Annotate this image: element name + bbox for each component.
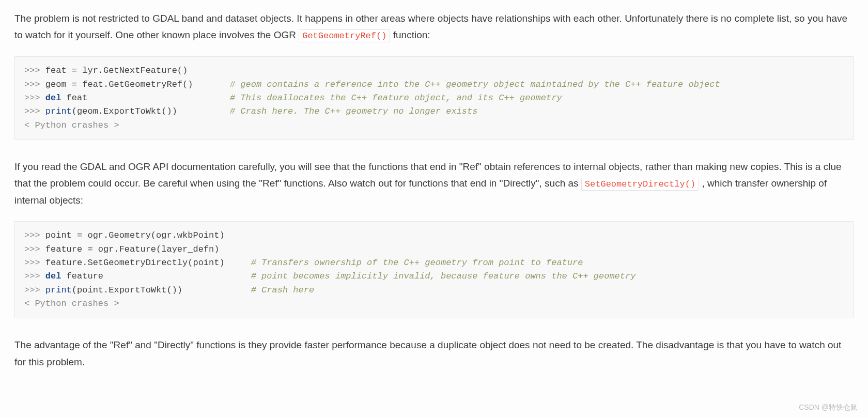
pad bbox=[87, 93, 229, 103]
pad bbox=[103, 271, 251, 281]
code-text: (point.ExportToWkt()) bbox=[72, 285, 182, 295]
code-text: (geom.ExportToWkt()) bbox=[72, 106, 177, 116]
para1-before: The problem is not restricted to GDAL ba… bbox=[14, 13, 847, 40]
keyword-del: del bbox=[45, 93, 61, 103]
intro-paragraph-2: If you read the GDAL and OGR API documen… bbox=[14, 159, 854, 209]
pad bbox=[182, 285, 251, 295]
builtin-print: print bbox=[45, 106, 72, 116]
prompt: >>> bbox=[24, 106, 45, 116]
code-output: < Python crashes > bbox=[24, 299, 119, 308]
prompt: >>> bbox=[24, 230, 45, 240]
pad bbox=[225, 258, 251, 268]
prompt: >>> bbox=[24, 80, 45, 89]
code-text: feat = lyr.GetNextFeature() bbox=[45, 66, 188, 75]
code-comment: # Crash here bbox=[251, 285, 314, 295]
intro-paragraph-1: The problem is not restricted to GDAL ba… bbox=[14, 10, 854, 44]
builtin-print: print bbox=[45, 285, 72, 295]
pad bbox=[177, 106, 230, 116]
code-comment: # Crash here. The C++ geometry no longer… bbox=[230, 106, 477, 116]
code-text: point = ogr.Geometry(ogr.wkbPoint) bbox=[45, 230, 225, 240]
code-output: < Python crashes > bbox=[24, 120, 119, 130]
code-comment: # geom contains a reference into the C++… bbox=[230, 80, 720, 89]
pad bbox=[193, 80, 229, 89]
code-text: feature = ogr.Feature(layer_defn) bbox=[45, 244, 220, 254]
code-block-2: >>> point = ogr.Geometry(ogr.wkbPoint) >… bbox=[14, 221, 854, 318]
code-block-1: >>> feat = lyr.GetNextFeature() >>> geom… bbox=[14, 56, 854, 140]
para1-after: function: bbox=[393, 29, 430, 40]
prompt: >>> bbox=[24, 258, 45, 268]
code-text: feat bbox=[61, 93, 87, 103]
code-text: feature bbox=[61, 271, 103, 281]
code-text: geom = feat.GetGeometryRef() bbox=[45, 80, 193, 89]
prompt: >>> bbox=[24, 285, 45, 295]
inline-code-getgeometryref: GetGeometryRef() bbox=[299, 29, 390, 42]
inline-code-setgeometrydirectly: SetGeometryDirectly() bbox=[581, 178, 699, 191]
code-text: feature.SetGeometryDirectly(point) bbox=[45, 258, 225, 268]
prompt: >>> bbox=[24, 93, 45, 103]
prompt: >>> bbox=[24, 271, 45, 281]
keyword-del: del bbox=[45, 271, 61, 281]
code-comment: # point becomes implicitly invalid, beca… bbox=[251, 271, 636, 281]
prompt: >>> bbox=[24, 66, 45, 75]
intro-paragraph-3: The advantage of the "Ref" and "Directly… bbox=[14, 337, 854, 370]
code-comment: # This deallocates the C++ feature objec… bbox=[230, 93, 562, 103]
code-comment: # Transfers ownership of the C++ geometr… bbox=[251, 258, 583, 268]
prompt: >>> bbox=[24, 244, 45, 254]
